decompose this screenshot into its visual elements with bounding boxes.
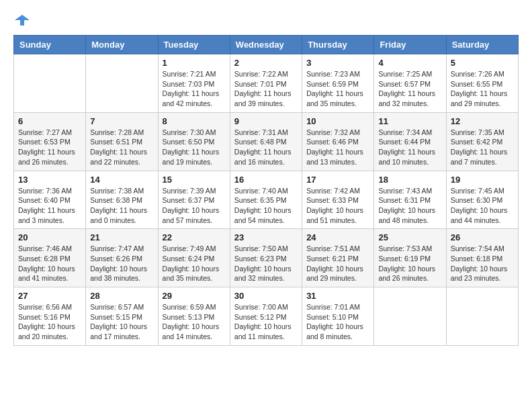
calendar-cell: 23Sunrise: 7:50 AMSunset: 6:23 PMDayligh… (230, 229, 302, 287)
day-info: Sunrise: 7:01 AMSunset: 5:10 PMDaylight:… (306, 302, 369, 342)
calendar-cell: 1Sunrise: 7:21 AMSunset: 7:03 PMDaylight… (158, 54, 230, 113)
day-number: 13 (18, 175, 81, 185)
day-info: Sunrise: 7:25 AMSunset: 6:57 PMDaylight:… (378, 69, 441, 109)
calendar-cell (14, 54, 86, 113)
day-number: 18 (378, 175, 441, 185)
calendar-week-4: 20Sunrise: 7:46 AMSunset: 6:28 PMDayligh… (14, 229, 519, 287)
day-number: 7 (90, 116, 153, 126)
calendar-cell: 10Sunrise: 7:32 AMSunset: 6:46 PMDayligh… (302, 112, 374, 171)
calendar-cell: 15Sunrise: 7:39 AMSunset: 6:37 PMDayligh… (158, 171, 230, 229)
day-number: 14 (90, 175, 153, 185)
day-info: Sunrise: 7:35 AMSunset: 6:42 PMDaylight:… (451, 128, 514, 167)
calendar-header-thursday: Thursday (302, 36, 374, 54)
day-info: Sunrise: 7:22 AMSunset: 7:01 PMDaylight:… (234, 69, 298, 109)
day-number: 23 (234, 232, 298, 242)
day-info: Sunrise: 7:43 AMSunset: 6:31 PMDaylight:… (378, 186, 441, 226)
day-info: Sunrise: 7:28 AMSunset: 6:51 PMDaylight:… (90, 128, 153, 167)
day-info: Sunrise: 7:34 AMSunset: 6:44 PMDaylight:… (378, 128, 441, 167)
calendar-cell: 14Sunrise: 7:38 AMSunset: 6:38 PMDayligh… (86, 171, 158, 229)
day-info: Sunrise: 7:39 AMSunset: 6:37 PMDaylight:… (163, 186, 226, 226)
day-info: Sunrise: 7:42 AMSunset: 6:33 PMDaylight:… (306, 186, 369, 226)
calendar-week-5: 27Sunrise: 6:56 AMSunset: 5:16 PMDayligh… (14, 287, 519, 346)
day-number: 16 (234, 175, 298, 185)
svg-marker-0 (15, 15, 30, 26)
day-info: Sunrise: 7:47 AMSunset: 6:26 PMDaylight:… (90, 244, 153, 283)
day-info: Sunrise: 7:45 AMSunset: 6:30 PMDaylight:… (451, 186, 514, 226)
calendar-header-friday: Friday (374, 36, 446, 54)
calendar-header-row: SundayMondayTuesdayWednesdayThursdayFrid… (14, 36, 519, 54)
calendar-cell: 22Sunrise: 7:49 AMSunset: 6:24 PMDayligh… (158, 229, 230, 287)
calendar-cell: 30Sunrise: 7:00 AMSunset: 5:12 PMDayligh… (230, 287, 302, 346)
day-number: 22 (163, 232, 226, 242)
day-number: 4 (378, 58, 441, 68)
day-number: 15 (163, 175, 226, 185)
day-info: Sunrise: 7:38 AMSunset: 6:38 PMDaylight:… (90, 186, 153, 226)
calendar-cell: 12Sunrise: 7:35 AMSunset: 6:42 PMDayligh… (446, 112, 518, 171)
day-info: Sunrise: 7:54 AMSunset: 6:18 PMDaylight:… (451, 244, 514, 283)
day-info: Sunrise: 7:50 AMSunset: 6:23 PMDaylight:… (234, 244, 298, 283)
calendar-table: SundayMondayTuesdayWednesdayThursdayFrid… (13, 35, 519, 346)
day-info: Sunrise: 7:27 AMSunset: 6:53 PMDaylight:… (18, 128, 81, 167)
logo (13, 13, 30, 28)
page-header (13, 13, 519, 28)
calendar-cell: 13Sunrise: 7:36 AMSunset: 6:40 PMDayligh… (14, 171, 86, 229)
day-number: 6 (18, 116, 81, 126)
day-number: 28 (90, 291, 153, 301)
calendar-header-tuesday: Tuesday (158, 36, 230, 54)
day-number: 12 (451, 116, 514, 126)
calendar-body: 1Sunrise: 7:21 AMSunset: 7:03 PMDaylight… (14, 54, 519, 346)
day-info: Sunrise: 7:51 AMSunset: 6:21 PMDaylight:… (306, 244, 369, 283)
calendar-cell: 2Sunrise: 7:22 AMSunset: 7:01 PMDaylight… (230, 54, 302, 113)
logo-bird-icon (15, 13, 30, 28)
day-number: 26 (451, 232, 514, 242)
day-info: Sunrise: 7:23 AMSunset: 6:59 PMDaylight:… (306, 69, 369, 109)
day-info: Sunrise: 7:36 AMSunset: 6:40 PMDaylight:… (18, 186, 81, 226)
day-info: Sunrise: 6:59 AMSunset: 5:13 PMDaylight:… (163, 302, 226, 342)
calendar-cell: 8Sunrise: 7:30 AMSunset: 6:50 PMDaylight… (158, 112, 230, 171)
day-number: 21 (90, 232, 153, 242)
day-info: Sunrise: 7:30 AMSunset: 6:50 PMDaylight:… (163, 128, 226, 167)
day-number: 19 (451, 175, 514, 185)
day-number: 27 (18, 291, 81, 301)
calendar-cell: 3Sunrise: 7:23 AMSunset: 6:59 PMDaylight… (302, 54, 374, 113)
calendar-cell: 26Sunrise: 7:54 AMSunset: 6:18 PMDayligh… (446, 229, 518, 287)
calendar-cell: 20Sunrise: 7:46 AMSunset: 6:28 PMDayligh… (14, 229, 86, 287)
day-info: Sunrise: 7:26 AMSunset: 6:55 PMDaylight:… (451, 69, 514, 109)
day-info: Sunrise: 7:00 AMSunset: 5:12 PMDaylight:… (234, 302, 298, 342)
calendar-cell: 31Sunrise: 7:01 AMSunset: 5:10 PMDayligh… (302, 287, 374, 346)
day-info: Sunrise: 7:21 AMSunset: 7:03 PMDaylight:… (163, 69, 226, 109)
day-info: Sunrise: 7:40 AMSunset: 6:35 PMDaylight:… (234, 186, 298, 226)
calendar-header-wednesday: Wednesday (230, 36, 302, 54)
calendar-cell: 27Sunrise: 6:56 AMSunset: 5:16 PMDayligh… (14, 287, 86, 346)
calendar-cell: 17Sunrise: 7:42 AMSunset: 6:33 PMDayligh… (302, 171, 374, 229)
calendar-cell: 5Sunrise: 7:26 AMSunset: 6:55 PMDaylight… (446, 54, 518, 113)
calendar-cell: 16Sunrise: 7:40 AMSunset: 6:35 PMDayligh… (230, 171, 302, 229)
calendar-week-3: 13Sunrise: 7:36 AMSunset: 6:40 PMDayligh… (14, 171, 519, 229)
day-number: 11 (378, 116, 441, 126)
calendar-cell: 28Sunrise: 6:57 AMSunset: 5:15 PMDayligh… (86, 287, 158, 346)
day-number: 5 (451, 58, 514, 68)
calendar-header-saturday: Saturday (446, 36, 518, 54)
calendar-cell: 7Sunrise: 7:28 AMSunset: 6:51 PMDaylight… (86, 112, 158, 171)
day-info: Sunrise: 7:31 AMSunset: 6:48 PMDaylight:… (234, 128, 298, 167)
day-number: 8 (163, 116, 226, 126)
day-info: Sunrise: 7:46 AMSunset: 6:28 PMDaylight:… (18, 244, 81, 283)
calendar-cell: 29Sunrise: 6:59 AMSunset: 5:13 PMDayligh… (158, 287, 230, 346)
calendar-cell (446, 287, 518, 346)
calendar-cell: 18Sunrise: 7:43 AMSunset: 6:31 PMDayligh… (374, 171, 446, 229)
day-number: 2 (234, 58, 298, 68)
day-info: Sunrise: 7:49 AMSunset: 6:24 PMDaylight:… (163, 244, 226, 283)
calendar-cell: 19Sunrise: 7:45 AMSunset: 6:30 PMDayligh… (446, 171, 518, 229)
calendar-week-1: 1Sunrise: 7:21 AMSunset: 7:03 PMDaylight… (14, 54, 519, 113)
calendar-cell: 21Sunrise: 7:47 AMSunset: 6:26 PMDayligh… (86, 229, 158, 287)
calendar-cell (86, 54, 158, 113)
day-number: 17 (306, 175, 369, 185)
calendar-header-monday: Monday (86, 36, 158, 54)
day-number: 3 (306, 58, 369, 68)
day-info: Sunrise: 6:56 AMSunset: 5:16 PMDaylight:… (18, 302, 81, 342)
day-number: 30 (234, 291, 298, 301)
calendar-week-2: 6Sunrise: 7:27 AMSunset: 6:53 PMDaylight… (14, 112, 519, 171)
day-number: 31 (306, 291, 369, 301)
day-number: 10 (306, 116, 369, 126)
calendar-cell (374, 287, 446, 346)
